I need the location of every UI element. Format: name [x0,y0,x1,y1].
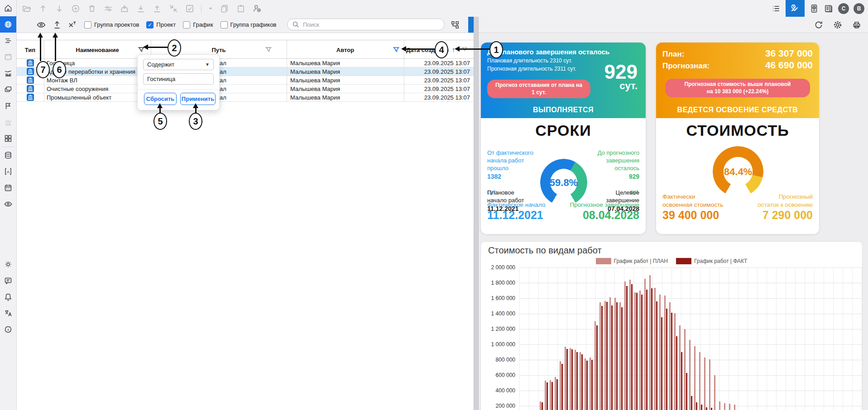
filter-checkbox[interactable]: Группа графиков [221,21,277,29]
sidebar-item-list[interactable] [0,33,16,49]
path-filter-funnel-icon[interactable] [265,47,272,53]
sidebar-item-grid[interactable] [0,130,16,147]
print-icon[interactable] [852,20,862,30]
filter-condition-select[interactable]: Содержит ▼ [143,59,214,70]
sidebar-item-layers[interactable] [0,81,16,98]
fact-start-block: Фактическое начало 11.12.2021 [487,193,545,229]
y-axis-label: 800 000 [481,357,515,363]
y-axis-label: 200 000 [481,403,515,409]
multi-select-icon[interactable] [185,4,195,14]
annotation-circle-2: 2 [168,39,181,57]
checkbox-label: График [193,21,213,28]
list-view-icon[interactable] [771,4,781,14]
checkbox-box[interactable] [221,21,228,29]
clear-filter-icon[interactable] [67,19,77,30]
sidebar-item-flag[interactable] [0,98,16,114]
column-header-name[interactable]: Наименование [44,40,151,59]
move-down-icon[interactable] [54,4,64,14]
import-down-icon[interactable] [136,4,146,14]
sidebar-item-info[interactable] [0,321,16,338]
toolbar-right-group: C B [771,0,868,17]
sidebar-item-calendar[interactable] [0,180,16,196]
settings-gear-icon[interactable] [833,20,843,30]
open-folder-icon[interactable] [22,4,32,14]
filter-settings-icon[interactable] [103,4,113,14]
table-row[interactable]: Монтаж ВЛалМалышева Мария23.09.2025 13:0… [16,76,474,85]
forecast-finish-label: Прогнозное завершение [570,201,639,208]
checkbox-box[interactable] [84,21,91,29]
y-axis-label: 1 200 000 [481,326,515,332]
panel-splitter[interactable] [474,17,479,410]
table-row[interactable]: ГостиницаалМалышева Мария23.09.2025 13:0… [16,59,474,67]
author-filter-funnel-icon[interactable] [393,47,399,53]
sidebar-item-attributes[interactable]: A [0,163,16,180]
sidebar-item-hatch[interactable] [0,114,16,130]
plan-bar [585,358,586,410]
list-lines-icon [3,36,13,46]
sidebar-item-notifications[interactable] [0,289,16,305]
sidebar-item-theme[interactable] [0,256,16,272]
search-input[interactable] [302,21,440,29]
refresh-icon[interactable] [814,20,824,30]
visibility-eye-icon[interactable] [36,19,47,30]
fact-bar [706,407,707,410]
sidebar-item-home[interactable] [0,0,16,16]
filter-checkbox[interactable]: ✓Проект [146,21,176,29]
translate-icon [3,308,13,318]
fact-bar [631,284,633,410]
elapsed-value: 1382 [487,172,533,181]
paste-icon[interactable] [236,4,246,14]
hierarchy-view-icon[interactable] [449,19,461,31]
fact-bar [556,379,558,410]
user-roles-icon[interactable] [252,4,262,14]
more-caret-icon[interactable] [208,4,213,14]
logo-b-badge[interactable]: B [854,3,864,14]
annotation-arrow-1 [460,48,489,50]
fact-bar [661,317,662,410]
export-up-icon[interactable] [152,4,162,14]
copy-icon[interactable] [220,4,230,14]
filter-checkbox[interactable]: График [183,21,213,29]
logo-c-badge[interactable]: C [838,3,849,14]
collapse-icon[interactable] [168,4,178,14]
plan-bar [699,352,700,410]
passport-icon[interactable] [809,4,819,14]
move-up-icon[interactable] [38,4,48,14]
search-box[interactable] [287,19,445,30]
analytics-view-button[interactable] [786,0,805,17]
row-name: Промышленный объект [44,94,151,101]
plan-bar [674,313,676,410]
add-icon[interactable] [71,4,81,14]
table-row[interactable]: Промышленный объекталМалышева Мария23.09… [16,93,474,102]
delete-icon[interactable] [87,4,97,14]
journal-icon[interactable] [824,4,834,14]
sidebar-item-chart[interactable] [0,65,16,81]
checkbox-box[interactable] [183,21,190,29]
sidebar-item-comments[interactable] [0,272,16,289]
fact-bar [701,405,702,410]
checkbox-box[interactable]: ✓ [146,21,153,29]
column-header-author[interactable]: Автор [287,40,404,59]
archive-box-icon[interactable] [120,4,129,14]
calendar-icon [3,183,13,193]
sidebar-item-global[interactable] [0,16,16,33]
sidebar-item-board[interactable] [0,49,16,65]
sidebar-item-watch[interactable] [0,196,16,212]
fact-start-date: 11.12.2021 [487,209,545,221]
export-upload-icon[interactable] [52,19,62,30]
forecast-finish-date: 08.04.2028 [570,209,639,221]
plan-bar [580,352,581,410]
delay-alert-badge: Прогноз отставания от плана на 1 сут. [487,80,590,98]
filter-condition-value: Содержит [147,61,174,68]
table-row[interactable]: Здание переработки и храненияалМалышева … [16,67,474,76]
fact-bar [646,290,647,410]
fact-bar [566,349,568,410]
sidebar-item-database[interactable] [0,147,16,163]
annotation-circle-1: 1 [489,41,503,58]
annotation-arrowhead-5 [157,103,163,108]
plan-bar [619,302,621,410]
sidebar-item-language[interactable] [0,305,16,321]
table-row[interactable]: Очистные сооруженияалМалышева Мария23.09… [16,85,474,93]
filter-checkbox[interactable]: Группа проектов [84,21,139,29]
filter-value-input[interactable] [143,73,214,85]
